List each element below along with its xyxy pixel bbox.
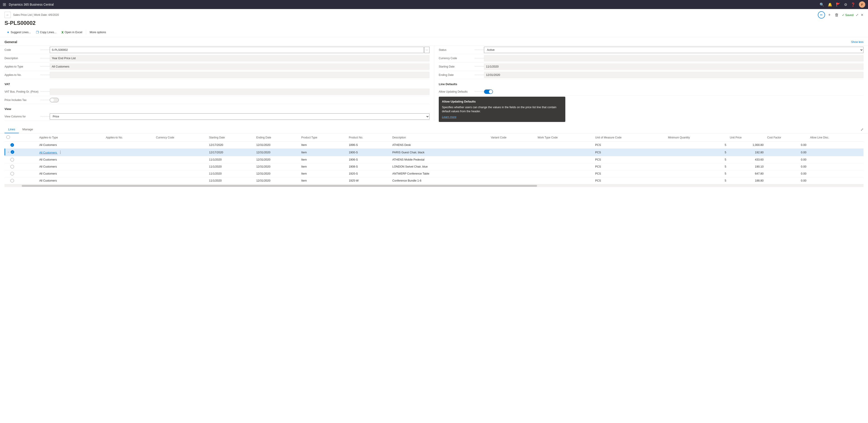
row-cost-factor: 0.00 — [765, 177, 808, 184]
col-allow-disc: Allow Line Disc. — [808, 133, 864, 141]
col-applies-to-no: Applies-to No. — [104, 133, 154, 141]
row-product-type: Item — [300, 141, 347, 149]
starting-date-label: Starting Date — [439, 65, 484, 68]
breadcrumb: Sales Price List | Work Date: 4/6/2020 — [13, 13, 815, 17]
vat-bus-input[interactable] — [50, 89, 430, 95]
row-checkbox[interactable] — [10, 158, 14, 161]
row-cost-factor: 0.00 — [765, 170, 808, 177]
tab-manage[interactable]: Manage — [19, 126, 37, 133]
price-includes-tax-toggle[interactable] — [50, 98, 59, 102]
row-product-no: 1900-S — [347, 149, 391, 156]
bell-icon[interactable]: 🔔 — [828, 2, 832, 7]
open-in-excel-button[interactable]: X Open in Excel — [59, 29, 85, 35]
applies-to-type-input[interactable] — [50, 63, 430, 70]
row-allow-disc — [808, 156, 864, 163]
line-defaults-subsection-row: Line Defaults — [439, 79, 864, 88]
row-unit-price: 433.60 — [728, 156, 765, 163]
vat-bus-value — [50, 89, 430, 95]
avatar[interactable]: F — [859, 1, 865, 8]
row-unit-price: 1,000.80 — [728, 141, 765, 149]
row-checkbox[interactable] — [10, 172, 14, 175]
applies-to-no-input[interactable] — [50, 72, 430, 78]
ending-date-input[interactable] — [484, 72, 864, 78]
search-icon[interactable]: 🔍 — [819, 2, 824, 7]
row-checkbox[interactable] — [10, 165, 14, 168]
horizontal-scrollbar[interactable] — [4, 184, 864, 187]
delete-button[interactable]: 🗑 — [834, 12, 840, 18]
table-row[interactable]: → ✓ All Customers ⋮ 12/17/2020 12/31/202… — [4, 149, 864, 156]
row-starting-date: 11/1/2020 — [207, 163, 254, 170]
description-input[interactable] — [50, 55, 430, 61]
row-applies-to-no — [104, 163, 154, 170]
row-unit-price: 188.80 — [728, 177, 765, 184]
currency-code-value — [484, 55, 864, 61]
suggest-lines-button[interactable]: ✦ Suggest Lines... — [4, 29, 33, 35]
row-applies-to-no — [104, 141, 154, 149]
row-ending-date: 12/31/2020 — [254, 141, 300, 149]
row-ending-date: 12/31/2020 — [254, 177, 300, 184]
row-checkbox[interactable] — [10, 179, 14, 183]
status-select[interactable]: Active Draft — [484, 47, 864, 53]
row-product-no: 1925-W — [347, 177, 391, 184]
ending-date-row: Ending Date — [439, 71, 864, 79]
table-row[interactable]: All Customers 11/1/2020 12/31/2020 Item … — [4, 156, 864, 163]
more-options-button[interactable]: More options — [88, 30, 108, 35]
table-expand-icon[interactable]: ⤢ — [861, 127, 864, 132]
view-columns-row: View Columns for Price Discount Both — [4, 112, 430, 121]
help-icon[interactable]: ❓ — [851, 2, 855, 7]
col-product-no: Product No. — [347, 133, 391, 141]
add-button[interactable]: + — [827, 12, 832, 18]
allow-updating-defaults-toggle[interactable] — [484, 90, 493, 94]
row-min-quantity: 5 — [666, 156, 728, 163]
waffle-icon[interactable]: ⊞ — [3, 2, 6, 7]
view-columns-value: Price Discount Both — [50, 113, 430, 120]
row-ending-date: 12/31/2020 — [254, 163, 300, 170]
row-description: ATHENS Desk — [391, 141, 489, 149]
copy-lines-button[interactable]: ❐ Copy Lines... — [34, 29, 59, 35]
tab-lines[interactable]: Lines — [4, 126, 19, 133]
row-min-quantity: 5 — [666, 163, 728, 170]
row-context-menu-button[interactable]: ⋮ — [58, 150, 63, 155]
back-button[interactable]: ← — [4, 12, 11, 18]
row-min-quantity: 5 — [666, 149, 728, 156]
row-applies-to-type: All Customers — [37, 141, 104, 149]
expand-icon[interactable]: ⤢ — [856, 13, 859, 17]
row-uom-code: PCS — [593, 163, 666, 170]
applies-to-no-label: Applies-to No. — [4, 73, 50, 76]
row-allow-disc — [808, 163, 864, 170]
tabs-list: Lines Manage — [4, 126, 37, 133]
table-row[interactable]: All Customers 11/1/2020 12/31/2020 Item … — [4, 177, 864, 184]
row-uom-code: PCS — [593, 170, 666, 177]
col-cost-factor: Cost Factor — [765, 133, 808, 141]
table-row[interactable]: All Customers 11/1/2020 12/31/2020 Item … — [4, 170, 864, 177]
collapse-icon[interactable]: ✕ — [861, 13, 864, 17]
row-checkbox[interactable]: ✓ — [11, 150, 14, 154]
form-left-col: Code ··· Description Applies-to Type — [4, 46, 434, 121]
currency-code-input[interactable] — [484, 55, 864, 61]
description-value — [50, 55, 430, 61]
horizontal-scrollbar-thumb[interactable] — [22, 185, 537, 187]
view-columns-select[interactable]: Price Discount Both — [50, 113, 430, 120]
col-work-type-code: Work Type Code — [536, 133, 593, 141]
header-checkbox[interactable] — [6, 135, 10, 139]
row-variant-code — [489, 163, 536, 170]
applies-to-type-value — [50, 63, 430, 70]
table-row[interactable]: ✓ All Customers 12/17/2020 12/31/2020 It… — [4, 141, 864, 149]
flag-icon[interactable]: 🚩 — [836, 2, 840, 7]
tooltip-learn-more[interactable]: Learn more — [442, 116, 456, 119]
ending-date-value — [484, 72, 864, 78]
view-label: View — [4, 105, 11, 111]
starting-date-input[interactable] — [484, 63, 864, 70]
col-min-quantity: Minimum Quantity — [666, 133, 728, 141]
edit-button[interactable]: ✏ — [818, 11, 825, 19]
row-checkbox[interactable]: ✓ — [10, 143, 14, 147]
row-starting-date: 11/1/2020 — [207, 177, 254, 184]
show-less-button[interactable]: Show less — [851, 40, 864, 43]
table-row[interactable]: All Customers 11/1/2020 12/31/2020 Item … — [4, 163, 864, 170]
row-currency-code — [154, 163, 207, 170]
code-ellipsis-button[interactable]: ··· — [424, 47, 430, 53]
row-description: ATHENS Mobile Pedestal — [391, 156, 489, 163]
code-input[interactable] — [50, 47, 424, 53]
row-variant-code — [489, 141, 536, 149]
settings-icon[interactable]: ⚙ — [844, 2, 847, 7]
